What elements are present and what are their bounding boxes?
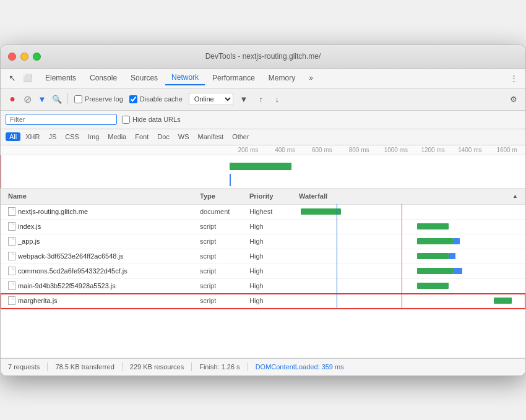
tab-sources[interactable]: Sources bbox=[124, 71, 164, 85]
td-waterfall bbox=[296, 281, 520, 290]
record-button[interactable]: ● bbox=[6, 92, 19, 106]
type-btn-manifest[interactable]: Manifest bbox=[194, 132, 228, 141]
td-type: document bbox=[197, 208, 247, 215]
hide-data-urls-label[interactable]: Hide data URLs bbox=[122, 116, 181, 124]
table-row[interactable]: _app.js script High bbox=[1, 234, 525, 249]
tab-elements[interactable]: Elements bbox=[39, 71, 82, 85]
waterfall-bar-green bbox=[494, 298, 512, 304]
th-name[interactable]: Name bbox=[6, 192, 197, 200]
waterfall-red-line bbox=[402, 278, 402, 293]
timeline-area: 200 ms 400 ms 600 ms 800 ms 1000 ms 1200… bbox=[1, 145, 525, 189]
waterfall-bar-green bbox=[417, 283, 449, 289]
table-row[interactable]: index.js script High bbox=[1, 220, 525, 234]
table-row[interactable]: nextjs-routing.glitch.me document Highes… bbox=[1, 205, 525, 220]
td-waterfall bbox=[296, 252, 520, 260]
tab-performance[interactable]: Performance bbox=[206, 71, 261, 85]
preserve-log-checkbox[interactable] bbox=[74, 95, 82, 103]
filter-row: Hide data URLs bbox=[1, 111, 525, 129]
status-dom-content[interactable]: DOMContentLoaded: 359 ms bbox=[256, 363, 344, 371]
waterfall-blue-line bbox=[337, 278, 337, 293]
status-sep-1 bbox=[47, 362, 48, 371]
devtools-more-icon[interactable]: ⋮ bbox=[507, 71, 520, 85]
td-waterfall bbox=[296, 207, 520, 216]
tab-memory[interactable]: Memory bbox=[262, 71, 301, 85]
waterfall-blue-line bbox=[337, 234, 337, 249]
filter-icon[interactable]: ▼ bbox=[35, 92, 49, 106]
waterfall-bar-green bbox=[417, 253, 449, 259]
status-sep-3 bbox=[191, 362, 192, 371]
td-name: margherita.js bbox=[6, 296, 197, 305]
fullscreen-button[interactable] bbox=[33, 53, 41, 61]
th-type[interactable]: Type bbox=[197, 192, 247, 200]
table-row-highlighted[interactable]: margherita.js script High bbox=[1, 294, 525, 309]
filter-input[interactable] bbox=[6, 114, 117, 125]
upload-icon[interactable]: ↑ bbox=[254, 92, 268, 106]
timeline-green-bar bbox=[230, 163, 291, 170]
td-priority: High bbox=[247, 252, 296, 260]
th-waterfall[interactable]: Waterfall ▲ bbox=[296, 192, 520, 200]
hide-data-urls-checkbox[interactable] bbox=[122, 116, 130, 124]
table-empty-space bbox=[1, 309, 525, 358]
table-row[interactable]: webpack-3df6523e264ff2ac6548.js script H… bbox=[1, 249, 525, 264]
settings-icon[interactable]: ⚙ bbox=[507, 92, 520, 106]
waterfall-bar-green bbox=[417, 223, 449, 229]
ruler-1400ms: 1400 ms bbox=[452, 147, 489, 153]
ruler-800ms: 800 ms bbox=[340, 147, 377, 153]
tab-console[interactable]: Console bbox=[84, 71, 123, 85]
type-btn-js[interactable]: JS bbox=[45, 132, 60, 141]
td-priority: Highest bbox=[247, 208, 296, 215]
minimize-button[interactable] bbox=[20, 53, 28, 61]
td-priority: High bbox=[247, 223, 296, 230]
type-btn-other[interactable]: Other bbox=[228, 132, 253, 141]
waterfall-bar-green bbox=[417, 238, 453, 244]
type-btn-all[interactable]: All bbox=[6, 132, 20, 141]
type-btn-font[interactable]: Font bbox=[131, 132, 152, 141]
waterfall-red-line bbox=[402, 204, 402, 219]
status-bar: 7 requests 78.5 KB transferred 229 KB re… bbox=[1, 358, 525, 375]
close-button[interactable] bbox=[8, 53, 16, 61]
search-icon[interactable]: 🔍 bbox=[50, 92, 64, 106]
timeline-red-line bbox=[1, 155, 1, 189]
td-waterfall bbox=[296, 296, 520, 305]
preserve-log-label[interactable]: Preserve log bbox=[74, 95, 123, 103]
type-btn-xhr[interactable]: XHR bbox=[22, 132, 43, 141]
td-priority: High bbox=[247, 297, 296, 304]
td-type: script bbox=[197, 282, 247, 289]
td-priority: High bbox=[247, 282, 296, 289]
td-name: webpack-3df6523e264ff2ac6548.js bbox=[6, 252, 197, 260]
td-type: script bbox=[197, 238, 247, 245]
td-waterfall bbox=[296, 222, 520, 231]
disable-cache-checkbox[interactable] bbox=[129, 95, 137, 103]
file-icon bbox=[8, 296, 15, 305]
waterfall-blue-line bbox=[337, 293, 337, 308]
type-btn-media[interactable]: Media bbox=[104, 132, 130, 141]
status-requests: 7 requests bbox=[8, 363, 40, 371]
devtools-window: DevTools - nextjs-routing.glitch.me/ ↖ ⬜… bbox=[0, 45, 526, 376]
timeline-ruler: 200 ms 400 ms 600 ms 800 ms 1000 ms 1200… bbox=[1, 145, 525, 155]
network-toolbar: ● ⊘ ▼ 🔍 Preserve log Disable cache Onlin… bbox=[1, 88, 525, 111]
td-type: script bbox=[197, 252, 247, 260]
tab-network[interactable]: Network bbox=[165, 71, 205, 85]
waterfall-bar-blue bbox=[453, 268, 462, 274]
td-name: commons.5cd2a6fe9543322d45cf.js bbox=[6, 267, 197, 275]
type-btn-css[interactable]: CSS bbox=[61, 132, 83, 141]
waterfall-blue-line bbox=[337, 264, 337, 278]
table-row[interactable]: commons.5cd2a6fe9543322d45cf.js script H… bbox=[1, 264, 525, 279]
download-icon[interactable]: ↓ bbox=[270, 92, 284, 106]
tab-more[interactable]: » bbox=[303, 71, 319, 85]
disable-cache-label[interactable]: Disable cache bbox=[129, 95, 183, 103]
ruler-600ms: 600 ms bbox=[304, 147, 341, 153]
type-btn-ws[interactable]: WS bbox=[175, 132, 193, 141]
table-row[interactable]: main-9d4b3b522f54928a5523.js script High bbox=[1, 279, 525, 294]
throttle-select[interactable]: Online Fast 3G Slow 3G Offline bbox=[189, 93, 233, 105]
type-btn-img[interactable]: Img bbox=[84, 132, 103, 141]
type-btn-doc[interactable]: Doc bbox=[153, 132, 173, 141]
cursor-icon[interactable]: ↖ bbox=[6, 71, 19, 85]
stop-button[interactable]: ⊘ bbox=[20, 92, 34, 106]
throttle-settings-icon[interactable]: ▼ bbox=[237, 92, 251, 106]
ruler-1600ms: 1600 m bbox=[488, 147, 525, 153]
th-priority[interactable]: Priority bbox=[247, 192, 296, 200]
main-tab-bar: ↖ ⬜ Elements Console Sources Network Per… bbox=[1, 69, 525, 88]
status-sep-2 bbox=[122, 362, 123, 371]
device-icon[interactable]: ⬜ bbox=[20, 71, 34, 85]
